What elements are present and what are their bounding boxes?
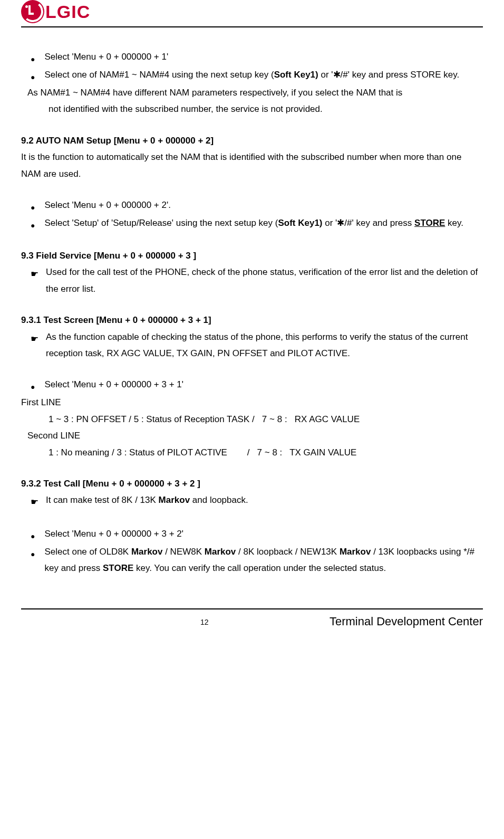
bullet-item: ● Select 'Menu + 0 + 000000 + 1' [31,49,483,66]
disc-bullet-icon: ● [31,201,35,215]
bullet-text: Select one of OLD8K Markov / NEW8K Marko… [44,544,483,577]
page-header: LGIC [21,0,483,27]
pointer-icon: ☛ [31,494,38,510]
bullet-text: Select 'Menu + 0 + 000000 + 3 + 1' [44,376,483,393]
lg-logo-icon [21,0,44,23]
bullet-text: Select 'Menu + 0 + 000000 + 1' [44,49,483,65]
section-heading-9-3-1: 9.3.1 Test Screen [Menu + 0 + 000000 + 3… [21,312,483,328]
section-heading-9-2: 9.2 AUTO NAM Setup [Menu + 0 + 000000 + … [21,132,483,149]
second-line-label: Second LINE [27,427,483,444]
footer-text: Terminal Development Center [329,615,483,628]
note-text: not identified with the subscribed numbe… [49,101,483,117]
bullet-text: Select 'Menu + 0 + 000000 + 3 + 2' [44,526,483,542]
pointer-item: ☛ Used for the call test of the PHONE, c… [31,264,483,297]
brand-text: LGIC [45,2,90,22]
second-line-detail: 1 : No meaning / 3 : Status of PILOT ACT… [49,444,483,461]
bullet-item: ● Select 'Menu + 0 + 000000 + 3 + 2' [31,526,483,544]
disc-bullet-icon: ● [31,380,35,394]
bullet-item: ● Select 'Setup' of 'Setup/Release' usin… [31,215,483,233]
document-body: ● Select 'Menu + 0 + 000000 + 1' ● Selec… [21,49,483,577]
section-heading-9-3: 9.3 Field Service [Menu + 0 + 000000 + 3… [21,247,483,264]
bullet-text: Used for the call test of the PHONE, che… [46,264,483,297]
bullet-text: It can make test of 8K / 13K Markov and … [46,492,483,508]
note-text: As NAM#1 ~ NAM#4 have different NAM para… [27,84,483,101]
section-heading-9-3-2: 9.3.2 Test Call [Menu + 0 + 000000 + 3 +… [21,475,483,492]
disc-bullet-icon: ● [31,71,35,84]
disc-bullet-icon: ● [31,530,35,544]
pointer-icon: ☛ [31,266,38,282]
page-footer: 12 Terminal Development Center [21,608,483,628]
bullet-text: As the function capable of checking the … [46,329,483,362]
disc-bullet-icon: ● [31,548,35,561]
bullet-item: ● Select one of OLD8K Markov / NEW8K Mar… [31,544,483,577]
page-number: 12 [200,618,209,626]
paragraph: It is the function to automatically set … [21,149,483,182]
bullet-item: ● Select one of NAM#1 ~ NAM#4 using the … [31,66,483,84]
bullet-item: ● Select 'Menu + 0 + 000000 + 3 + 1' [31,376,483,394]
bullet-text: Select 'Setup' of 'Setup/Release' using … [44,215,483,231]
bullet-text: Select one of NAM#1 ~ NAM#4 using the ne… [44,66,483,83]
bullet-text: Select 'Menu + 0 + 000000 + 2'. [44,197,483,213]
first-line-label: First LINE [21,394,483,411]
bullet-item: ● Select 'Menu + 0 + 000000 + 2'. [31,197,483,215]
first-line-detail: 1 ~ 3 : PN OFFSET / 5 : Status of Recept… [49,411,483,427]
pointer-item: ☛ It can make test of 8K / 13K Markov an… [31,492,483,510]
disc-bullet-icon: ● [31,219,35,233]
pointer-item: ☛ As the function capable of checking th… [31,329,483,362]
disc-bullet-icon: ● [31,53,35,66]
pointer-icon: ☛ [31,331,38,347]
